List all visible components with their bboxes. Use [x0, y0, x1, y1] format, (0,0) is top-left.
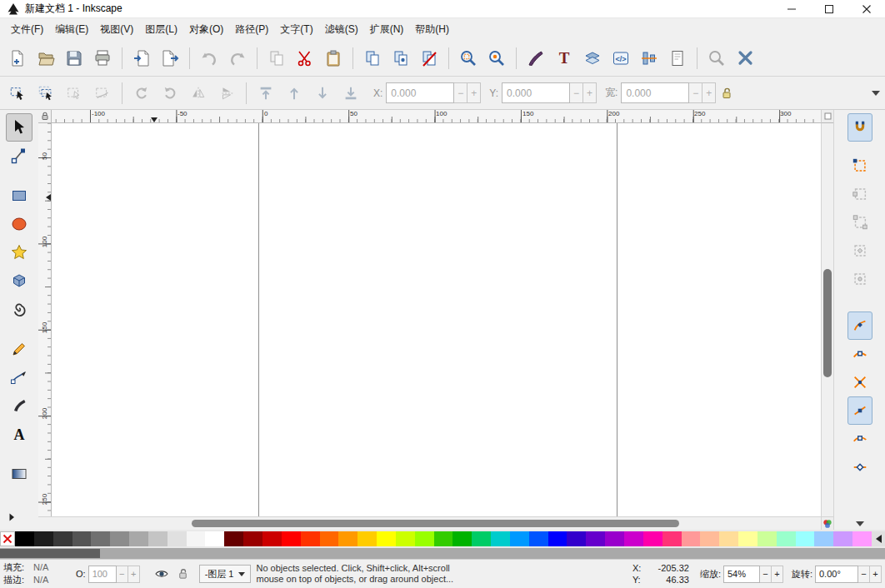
- snap-cusp-nodes-button[interactable]: [848, 396, 872, 425]
- lower-to-bottom-button[interactable]: [337, 81, 365, 106]
- tool-gradient[interactable]: [6, 460, 32, 488]
- palette-swatch[interactable]: [91, 531, 110, 546]
- palette-swatch[interactable]: [777, 531, 796, 546]
- y-increment-button[interactable]: +: [583, 82, 597, 103]
- width-input[interactable]: 0.000: [621, 82, 689, 103]
- layer-visibility-toggle[interactable]: [152, 564, 172, 584]
- palette-swatch[interactable]: [168, 531, 187, 546]
- opacity-increment-button[interactable]: +: [128, 566, 140, 583]
- snap-bbox-centers-button[interactable]: [848, 265, 872, 293]
- guide-lock-corner[interactable]: [38, 110, 52, 123]
- x-increment-button[interactable]: +: [468, 82, 481, 103]
- tool-node-editor[interactable]: [6, 142, 32, 170]
- menu-item[interactable]: 文件(F): [5, 19, 49, 40]
- tool-rectangle[interactable]: [6, 182, 32, 210]
- snap-bbox-edges-button[interactable]: [848, 180, 872, 208]
- palette-scroll-left-button[interactable]: [872, 531, 885, 546]
- menu-item[interactable]: 图层(L): [139, 19, 183, 40]
- palette-swatch[interactable]: [814, 531, 833, 546]
- opacity-input[interactable]: 100: [88, 566, 117, 583]
- palette-swatch[interactable]: [796, 531, 815, 546]
- rotate-ccw-button[interactable]: [128, 81, 156, 106]
- palette-swatch[interactable]: [548, 531, 568, 546]
- horizontal-scrollbar[interactable]: [52, 516, 821, 530]
- snapbar-overflow-button[interactable]: [856, 521, 864, 526]
- palette-swatch[interactable]: [15, 531, 34, 546]
- print-button[interactable]: [88, 44, 117, 72]
- palette-swatch[interactable]: [282, 531, 301, 546]
- no-color-swatch[interactable]: [0, 531, 15, 546]
- select-all-layers-button[interactable]: [32, 81, 60, 106]
- palette-swatch[interactable]: [700, 531, 719, 546]
- snap-smooth-nodes-button[interactable]: [848, 425, 872, 453]
- palette-swatch[interactable]: [72, 531, 92, 546]
- find-button[interactable]: [702, 44, 731, 72]
- preferences-button[interactable]: [731, 44, 759, 72]
- snap-enabled-button[interactable]: [848, 113, 872, 142]
- tool-text[interactable]: A: [6, 420, 32, 448]
- lock-width-height-button[interactable]: [716, 81, 738, 106]
- menu-item[interactable]: 对象(O): [183, 19, 229, 40]
- palette-swatch[interactable]: [510, 531, 529, 546]
- fill-stroke-indicator[interactable]: 填充: N/A 描边: N/A: [3, 561, 67, 586]
- palette-swatch[interactable]: [320, 531, 339, 546]
- palette-swatch[interactable]: [662, 531, 682, 546]
- copy-button[interactable]: [262, 44, 291, 72]
- raise-to-top-button[interactable]: [252, 81, 280, 106]
- palette-swatch[interactable]: [434, 531, 453, 546]
- vertical-ruler[interactable]: 50100150200250: [38, 123, 52, 516]
- palette-swatch[interactable]: [110, 531, 129, 546]
- flip-vertical-button[interactable]: [212, 81, 241, 106]
- vertical-scrollbar[interactable]: [821, 123, 833, 516]
- palette-swatch[interactable]: [148, 531, 168, 546]
- open-document-button[interactable]: [32, 44, 60, 72]
- paste-button[interactable]: [319, 44, 348, 72]
- horizontal-scrollbar-thumb[interactable]: [192, 520, 679, 527]
- tool-pencil[interactable]: [6, 335, 32, 363]
- tool-3d-box[interactable]: [6, 267, 32, 295]
- y-decrement-button[interactable]: −: [570, 82, 583, 103]
- maximize-button[interactable]: [810, 0, 848, 17]
- tool-selector[interactable]: [6, 113, 32, 142]
- import-button[interactable]: [128, 44, 156, 72]
- snap-bbox-corners-button[interactable]: [848, 208, 872, 237]
- snap-bounding-box-button[interactable]: [848, 152, 872, 180]
- create-clone-button[interactable]: [387, 44, 415, 72]
- palette-swatch[interactable]: [358, 531, 377, 546]
- palette-scrollbar[interactable]: [0, 548, 885, 559]
- opacity-decrement-button[interactable]: −: [117, 566, 128, 583]
- color-managed-display-toggle[interactable]: [821, 516, 833, 530]
- rotation-increment-button[interactable]: +: [870, 566, 882, 583]
- palette-swatch[interactable]: [301, 531, 320, 546]
- close-button[interactable]: [848, 0, 885, 17]
- selection-touch-button[interactable]: [88, 81, 117, 106]
- tool-spiral[interactable]: [6, 295, 32, 323]
- export-button[interactable]: [156, 44, 184, 72]
- palette-swatch[interactable]: [682, 531, 701, 546]
- menu-item[interactable]: 滤镜(S): [319, 19, 364, 40]
- palette-swatch[interactable]: [224, 531, 243, 546]
- palette-swatch[interactable]: [567, 531, 586, 546]
- minimize-button[interactable]: [772, 0, 810, 17]
- layers-dialog-button[interactable]: [578, 44, 607, 72]
- menu-item[interactable]: 视图(V): [94, 19, 139, 40]
- horizontal-ruler[interactable]: -100-50050100150200250300: [52, 110, 821, 123]
- layer-selector[interactable]: -图层 1: [199, 565, 252, 583]
- rotation-decrement-button[interactable]: −: [858, 566, 870, 583]
- palette-swatch[interactable]: [491, 531, 510, 546]
- palette-swatch[interactable]: [719, 531, 738, 546]
- palette-swatch[interactable]: [529, 531, 548, 546]
- x-decrement-button[interactable]: −: [454, 82, 468, 103]
- redo-button[interactable]: [223, 44, 252, 72]
- menu-item[interactable]: 帮助(H): [409, 19, 455, 40]
- align-distribute-button[interactable]: [635, 44, 663, 72]
- zoom-decrement-button[interactable]: −: [760, 566, 772, 583]
- tool-bezier-pen[interactable]: [6, 363, 32, 391]
- palette-swatch[interactable]: [53, 531, 72, 546]
- palette-swatch[interactable]: [377, 531, 396, 546]
- zoom-to-selection-button[interactable]: [454, 44, 482, 72]
- layer-lock-toggle[interactable]: [173, 564, 193, 584]
- width-increment-button[interactable]: +: [702, 82, 716, 103]
- fill-stroke-dialog-button[interactable]: [522, 44, 550, 72]
- menu-item[interactable]: 文字(T): [274, 19, 318, 40]
